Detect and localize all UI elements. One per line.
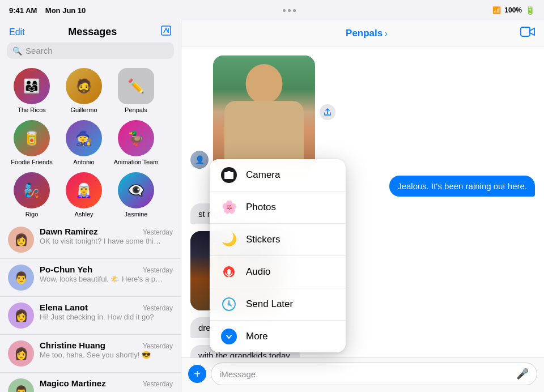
avatar-label-guillermo: Guillermo — [70, 106, 97, 113]
avatar-label-ricos: The Ricos — [18, 106, 46, 113]
popup-label-audio: Audio — [246, 266, 270, 278]
conv-item-elena[interactable]: 👩 Elena Lanot Yesterday Hi! Just checkin… — [0, 297, 181, 335]
popup-label-sendlater: Send Later — [246, 299, 293, 310]
chat-area: Penpals › 👤 — [181, 20, 544, 392]
conversation-list: 👩 Dawn Ramirez Yesterday OK to visit ton… — [0, 221, 181, 392]
sidebar-title: Messages — [68, 26, 117, 38]
avatar-label-antonio: Antonio — [73, 159, 94, 165]
photos-icon: 🌸 — [221, 199, 237, 215]
conv-time-dawn: Yesterday — [143, 228, 173, 236]
mic-icon[interactable]: 🎤 — [516, 368, 529, 380]
battery-display: 100% — [504, 6, 522, 14]
conv-name-elena: Elena Lanot — [40, 302, 88, 312]
status-center-dots — [283, 9, 296, 12]
compose-icon — [160, 25, 172, 36]
chat-input-area: + iMessage 🎤 — [181, 357, 544, 392]
popup-item-stickers[interactable]: 🌙 Stickers — [210, 224, 346, 256]
conv-avatar-magico: 👨 — [8, 378, 34, 392]
more-icon — [221, 329, 237, 344]
avatar-item-rigo[interactable]: 🧞 Rigo — [7, 172, 57, 218]
avatar-ashley: 🧝‍♀️ — [66, 172, 102, 208]
conv-content-elena: Elena Lanot Yesterday Hi! Just checking … — [40, 302, 173, 322]
conv-time-magico: Yesterday — [143, 380, 173, 388]
chat-title-group[interactable]: Penpals › — [346, 28, 388, 39]
avatar-label-ashley: Ashley — [74, 211, 93, 218]
avatar-label-foodie: Foodie Friends — [11, 159, 52, 165]
conv-preview-dawn: OK to visit tonight? I have some things … — [40, 236, 164, 246]
conv-item-pochun[interactable]: 👨 Po-Chun Yeh Yesterday Wow, looks beaut… — [0, 259, 181, 297]
search-placeholder: Search — [26, 46, 53, 56]
avatar-rigo: 🧞 — [14, 172, 50, 208]
conv-top-magico: Magico Martinez Yesterday — [40, 378, 173, 388]
conv-top-elena: Elena Lanot Yesterday — [40, 302, 173, 312]
imessage-input[interactable]: iMessage 🎤 — [211, 363, 537, 385]
conv-item-christine[interactable]: 👩 Christine Huang Yesterday Me too, haha… — [0, 335, 181, 373]
popup-label-camera: Camera — [246, 169, 280, 181]
popup-label-stickers: Stickers — [246, 234, 280, 245]
avatar-label-rigo: Rigo — [26, 211, 39, 218]
avatar-item-antonio[interactable]: 🧙 Antonio — [59, 120, 109, 165]
avatar-item-guillermo[interactable]: 🧔 Guillermo — [59, 68, 109, 113]
popup-item-more[interactable]: More — [210, 321, 346, 352]
video-icon — [520, 26, 535, 37]
avatar-item-animation[interactable]: 🦆 Animation Team — [111, 120, 161, 165]
conv-avatar-christine: 👩 — [8, 340, 34, 367]
conv-avatar-pochun: 👨 — [8, 265, 34, 291]
status-time: 9:41 AM Mon Jun 10 — [9, 6, 86, 15]
photo-bubble-wrapper-1 — [213, 56, 315, 169]
search-bar[interactable]: 🔍 Search — [7, 42, 174, 59]
conv-time-elena: Yesterday — [143, 304, 173, 312]
popup-item-camera[interactable]: Camera — [210, 159, 346, 191]
time-display: 9:41 AM — [9, 6, 37, 15]
share-button-1[interactable] — [320, 104, 335, 120]
bubble-jealous: Jealous. It's been raining out here. — [389, 176, 535, 197]
conv-item-dawn[interactable]: 👩 Dawn Ramirez Yesterday OK to visit ton… — [0, 221, 181, 259]
conv-content-pochun: Po-Chun Yeh Yesterday Wow, looks beautif… — [40, 265, 173, 284]
conv-avatar-dawn: 👩 — [8, 227, 34, 253]
svg-point-12 — [223, 331, 235, 342]
avatar-label-penpals: Penpals — [125, 106, 147, 113]
avatar-item-ashley[interactable]: 🧝‍♀️ Ashley — [59, 172, 109, 218]
dot2 — [288, 9, 291, 12]
avatar-jasmine: 👁️‍🗨️ — [118, 172, 154, 208]
conv-top-christine: Christine Huang Yesterday — [40, 340, 173, 350]
popup-item-audio[interactable]: Audio — [210, 256, 346, 288]
sendlater-icon — [221, 296, 237, 312]
photo-content-1 — [213, 56, 315, 169]
conv-content-christine: Christine Huang Yesterday Me too, haha. … — [40, 340, 173, 360]
popup-item-sendlater[interactable]: Send Later — [210, 288, 346, 321]
conv-preview-pochun: Wow, looks beautiful. 🌤️ Here's a photo … — [40, 274, 164, 284]
search-icon: 🔍 — [12, 46, 22, 56]
conv-content-dawn: Dawn Ramirez Yesterday OK to visit tonig… — [40, 227, 173, 246]
avatar-penpals: ✏️ — [118, 68, 154, 104]
conv-name-dawn: Dawn Ramirez — [40, 227, 98, 236]
status-right: 📶 100% 🔋 — [492, 6, 535, 15]
conv-preview-elena: Hi! Just checking in. How did it go? — [40, 312, 164, 322]
conv-name-pochun: Po-Chun Yeh — [40, 265, 92, 274]
plus-button[interactable]: + — [188, 365, 206, 383]
avatar-animation: 🦆 — [118, 120, 154, 156]
app-container: Edit Messages 🔍 Search 👨‍👩‍👧 — [0, 20, 544, 392]
conv-avatar-elena: 👩 — [8, 302, 34, 329]
compose-button[interactable] — [160, 25, 172, 39]
avatar-item-penpals[interactable]: ✏️ Penpals — [111, 68, 161, 113]
avatar-guillermo: 🧔 — [66, 68, 102, 104]
popup-item-photos[interactable]: 🌸 Photos — [210, 191, 346, 224]
video-call-button[interactable] — [520, 26, 535, 40]
popup-menu: Camera 🌸 Photos 🌙 Stickers — [210, 159, 346, 352]
avatar-antonio: 🧙 — [66, 120, 102, 156]
conv-item-magico[interactable]: 👨 Magico Martinez Yesterday — [0, 373, 181, 392]
battery-icon: 🔋 — [525, 6, 535, 15]
conv-preview-christine: Me too, haha. See you shortly! 😎 — [40, 350, 164, 360]
conv-time-christine: Yesterday — [143, 342, 173, 350]
avatar-foodie: 🥫 — [14, 120, 50, 156]
avatar-row-2: 🥫 Foodie Friends 🧙 Antonio 🦆 Animation T… — [5, 117, 176, 169]
svg-rect-5 — [227, 269, 231, 275]
avatar-item-ricos[interactable]: 👨‍👩‍👧 The Ricos — [7, 68, 57, 113]
avatar-item-jasmine[interactable]: 👁️‍🗨️ Jasmine — [111, 172, 161, 218]
input-placeholder: iMessage — [219, 369, 256, 379]
camera-icon — [221, 167, 237, 183]
date-display: Mon Jun 10 — [45, 6, 86, 15]
avatar-item-foodie[interactable]: 🥫 Foodie Friends — [7, 120, 57, 165]
edit-button[interactable]: Edit — [9, 27, 25, 37]
